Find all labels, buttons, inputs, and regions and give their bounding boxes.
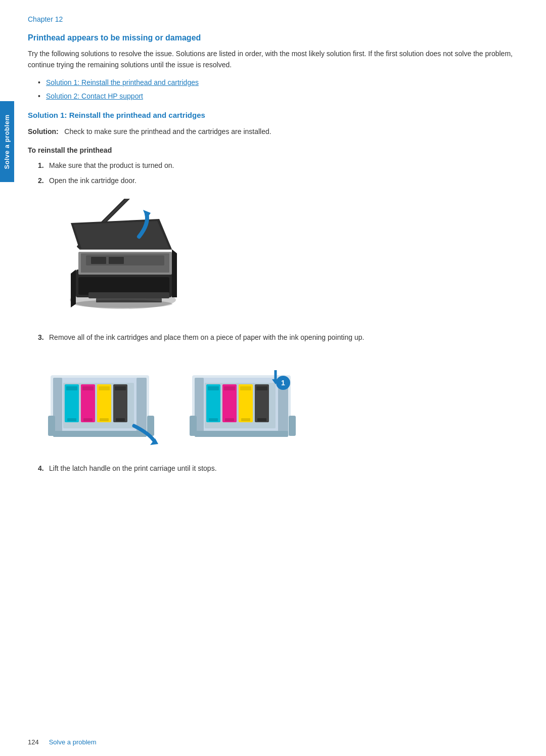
step3-list: 3. Remove all of the ink cartridges and …	[38, 332, 516, 343]
svg-rect-31	[99, 386, 110, 390]
svg-rect-56	[257, 418, 266, 421]
svg-marker-15	[143, 210, 151, 219]
svg-marker-13	[73, 221, 169, 248]
svg-rect-50	[225, 418, 234, 421]
step-1: 1. Make sure that the product is turned …	[38, 160, 516, 171]
svg-rect-29	[83, 418, 93, 421]
step-4-text: Lift the latch handle on the print carri…	[49, 464, 217, 472]
solution2-link[interactable]: Solution 2: Contact HP support	[46, 92, 143, 100]
svg-rect-9	[109, 257, 124, 264]
solution-label: Solution: Check to make sure the printhe…	[28, 126, 516, 137]
svg-rect-57	[195, 431, 288, 437]
svg-rect-58	[190, 416, 197, 436]
section-title: Printhead appears to be missing or damag…	[28, 33, 516, 42]
step4-list: 4. Lift the latch handle on the print ca…	[38, 463, 516, 474]
footer: 124 Solve a problem	[28, 738, 518, 746]
svg-rect-32	[100, 418, 109, 421]
svg-marker-16	[172, 249, 177, 297]
svg-rect-34	[115, 386, 126, 390]
intro-text: Try the following solutions to resolve t…	[28, 49, 516, 70]
footer-page-number: 124	[28, 738, 39, 746]
svg-text:1: 1	[281, 379, 285, 387]
step-1-text: Make sure that the product is turned on.	[49, 161, 174, 169]
printer-image-container	[48, 199, 516, 320]
footer-section-text: Solve a problem	[49, 738, 97, 746]
cartridge-remove-illustration	[48, 355, 159, 451]
svg-rect-26	[67, 418, 76, 421]
step-2-text: Open the ink cartridge door.	[49, 176, 136, 185]
side-tab-label: Solve a problem	[4, 114, 11, 169]
solution-bold: Solution:	[28, 127, 59, 136]
main-content: Chapter 12 Printhead appears to be missi…	[28, 0, 516, 513]
bullet-list: Solution 1: Reinstall the printhead and …	[38, 77, 516, 102]
svg-rect-46	[208, 386, 219, 390]
step-3-num: 3.	[38, 332, 44, 343]
svg-rect-35	[116, 418, 125, 421]
svg-rect-25	[66, 386, 77, 390]
solution1-title: Solution 1: Reinstall the printhead and …	[28, 111, 516, 119]
reinstall-heading: To reinstall the printhead	[28, 146, 516, 154]
svg-rect-28	[82, 386, 94, 390]
svg-rect-2	[78, 277, 169, 295]
svg-rect-55	[256, 386, 267, 390]
printer-open-illustration	[48, 199, 179, 320]
step-1-num: 1.	[38, 160, 44, 171]
svg-rect-59	[289, 416, 296, 436]
step-3-text: Remove all of the ink cartridges and pla…	[49, 333, 364, 341]
chapter-heading: Chapter 12	[28, 15, 516, 23]
cartridge-installed-illustration: 1	[190, 355, 301, 451]
cartridge-images-row: 1	[48, 355, 516, 451]
svg-rect-22	[136, 378, 147, 433]
bullet-item-1: Solution 1: Reinstall the printhead and …	[38, 77, 516, 88]
steps-list: 1. Make sure that the product is turned …	[38, 160, 516, 186]
svg-marker-17	[71, 270, 76, 307]
solution-text: Check to make sure the printhead and the…	[64, 127, 271, 136]
step-4-num: 4.	[38, 463, 44, 474]
bullet-item-2: Solution 2: Contact HP support	[38, 91, 516, 102]
svg-rect-47	[209, 418, 218, 421]
svg-rect-37	[48, 416, 55, 436]
step-2-num: 2.	[38, 175, 44, 187]
page-container: Solve a problem Chapter 12 Printhead app…	[0, 0, 546, 756]
side-tab: Solve a problem	[0, 101, 14, 182]
svg-rect-8	[91, 257, 106, 264]
step-2: 2. Open the ink cartridge door.	[38, 175, 516, 187]
svg-rect-53	[241, 418, 250, 421]
step-3: 3. Remove all of the ink cartridges and …	[38, 332, 516, 343]
step-4: 4. Lift the latch handle on the print ca…	[38, 463, 516, 474]
svg-rect-49	[224, 386, 235, 390]
svg-rect-52	[240, 386, 251, 390]
svg-point-18	[73, 300, 172, 308]
svg-rect-3	[88, 292, 169, 298]
svg-rect-36	[53, 431, 147, 437]
solution1-link[interactable]: Solution 1: Reinstall the printhead and …	[46, 78, 199, 86]
